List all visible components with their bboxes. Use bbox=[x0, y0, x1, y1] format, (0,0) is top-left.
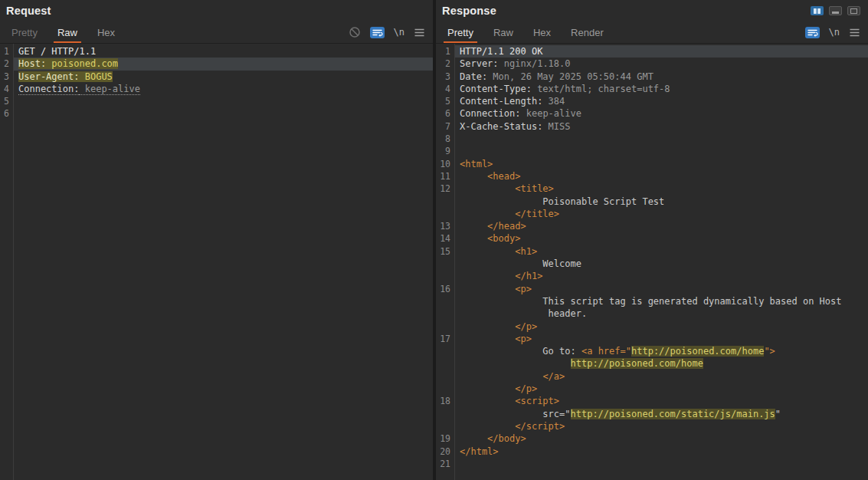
newline-icon[interactable]: \n bbox=[829, 27, 840, 38]
code-line[interactable]: Connection: keep-alive bbox=[14, 83, 433, 95]
code-segment: Connection: bbox=[18, 84, 79, 95]
code-segment: http://poisoned.com/home bbox=[571, 358, 703, 369]
code-segment: 384 bbox=[542, 96, 565, 107]
response-editor[interactable]: 123456789101112 131415 16 17 18 192021 H… bbox=[436, 44, 868, 480]
code-line[interactable] bbox=[455, 133, 868, 145]
code-segment: </html> bbox=[460, 446, 499, 457]
code-line[interactable]: User-Agent: BOGUS bbox=[14, 71, 433, 83]
columns-layout-icon[interactable] bbox=[811, 6, 824, 15]
code-line[interactable]: <p> bbox=[455, 283, 868, 295]
response-panel: Response Pr bbox=[436, 0, 868, 480]
code-line[interactable]: Content-Length: 384 bbox=[455, 95, 868, 107]
line-number: 12 bbox=[436, 182, 454, 195]
tab-hex[interactable]: Hex bbox=[87, 21, 125, 43]
code-line[interactable]: </body> bbox=[455, 432, 868, 445]
code-line[interactable]: </h1> bbox=[455, 270, 868, 282]
request-panel-header: Request bbox=[0, 0, 433, 21]
code-line[interactable]: Go to: <a href="http://poisoned.com/home… bbox=[455, 345, 868, 357]
code-line[interactable]: http://poisoned.com/home bbox=[455, 357, 868, 370]
line-number bbox=[436, 420, 454, 432]
line-number bbox=[436, 307, 454, 320]
code-line[interactable]: Poisonable Script Test bbox=[455, 196, 868, 208]
code-line[interactable]: </script> bbox=[455, 420, 868, 432]
code-segment: GET / HTTP/1.1 bbox=[18, 46, 96, 57]
request-editor[interactable]: 123456 GET / HTTP/1.1Host: poisoned.comU… bbox=[0, 44, 433, 480]
code-line[interactable]: HTTP/1.1 200 OK bbox=[455, 45, 868, 58]
code-segment: User-Agent: bbox=[18, 71, 85, 82]
code-line[interactable]: </a> bbox=[455, 370, 868, 383]
tab-pretty[interactable]: Pretty bbox=[437, 21, 483, 43]
code-line[interactable] bbox=[455, 458, 868, 470]
code-line[interactable]: <script> bbox=[455, 395, 868, 407]
code-line[interactable]: <html> bbox=[455, 158, 868, 170]
code-line[interactable] bbox=[14, 95, 433, 107]
code-line[interactable]: Content-Type: text/html; charset=utf-8 bbox=[455, 83, 868, 95]
code-segment bbox=[460, 358, 571, 369]
tab-raw[interactable]: Raw bbox=[47, 21, 87, 43]
code-line[interactable]: Connection: keep-alive bbox=[455, 107, 868, 120]
code-line[interactable]: Host: poisoned.com bbox=[14, 58, 433, 70]
code-segment: Server: bbox=[460, 58, 499, 69]
code-segment bbox=[460, 371, 542, 382]
line-number: 2 bbox=[0, 58, 13, 70]
code-line[interactable]: Date: Mon, 26 May 2025 05:50:44 GMT bbox=[455, 71, 868, 83]
tab-pretty[interactable]: Pretty bbox=[2, 21, 47, 43]
code-line[interactable]: </p> bbox=[455, 383, 868, 395]
rows-layout-icon[interactable] bbox=[829, 6, 842, 15]
code-line[interactable]: This script tag is generated dynamically… bbox=[455, 295, 868, 307]
menu-icon[interactable] bbox=[414, 28, 425, 38]
menu-icon[interactable] bbox=[849, 28, 860, 38]
code-segment: http://poisoned.com/home bbox=[631, 346, 764, 357]
request-code-area[interactable]: GET / HTTP/1.1Host: poisoned.comUser-Age… bbox=[14, 44, 433, 480]
newline-icon[interactable]: \n bbox=[394, 27, 405, 38]
response-code-area[interactable]: HTTP/1.1 200 OKServer: nginx/1.18.0Date:… bbox=[455, 44, 868, 480]
tab-render[interactable]: Render bbox=[561, 21, 614, 43]
code-line[interactable]: </head> bbox=[455, 220, 868, 232]
line-number bbox=[436, 345, 454, 357]
code-line[interactable]: X-Cache-Status: MISS bbox=[455, 120, 868, 133]
code-line[interactable]: </html> bbox=[455, 445, 868, 458]
line-number bbox=[436, 357, 454, 370]
code-segment: <script> bbox=[460, 396, 559, 406]
line-number: 20 bbox=[436, 445, 454, 458]
code-line[interactable]: <head> bbox=[455, 170, 868, 182]
code-line[interactable]: <body> bbox=[455, 232, 868, 245]
code-line[interactable]: <title> bbox=[455, 182, 868, 195]
code-segment: </a> bbox=[542, 371, 565, 382]
soft-wrap-icon[interactable] bbox=[370, 27, 385, 38]
code-segment: keep-alive bbox=[520, 108, 581, 119]
code-line[interactable]: src="http://poisoned.com/static/js/main.… bbox=[455, 408, 868, 420]
single-panel-icon[interactable] bbox=[847, 6, 860, 15]
code-line[interactable]: </p> bbox=[455, 321, 868, 333]
response-panel-title: Response bbox=[442, 5, 496, 17]
code-segment: </head> bbox=[460, 221, 526, 232]
request-gutter: 123456 bbox=[0, 44, 14, 480]
soft-wrap-icon[interactable] bbox=[805, 27, 820, 38]
line-number: 10 bbox=[436, 158, 454, 170]
line-number bbox=[436, 258, 454, 270]
code-line[interactable]: GET / HTTP/1.1 bbox=[14, 45, 433, 58]
line-number bbox=[436, 370, 454, 383]
code-segment: Content-Type: bbox=[460, 84, 532, 94]
tab-hex[interactable]: Hex bbox=[523, 21, 561, 43]
code-line[interactable] bbox=[455, 145, 868, 157]
line-number: 14 bbox=[436, 232, 454, 245]
code-line[interactable]: <p> bbox=[455, 333, 868, 345]
code-line[interactable]: Server: nginx/1.18.0 bbox=[455, 58, 868, 70]
code-line[interactable]: <h1> bbox=[455, 245, 868, 258]
tab-raw[interactable]: Raw bbox=[483, 21, 523, 43]
code-segment: </p> bbox=[515, 383, 537, 394]
code-line[interactable] bbox=[14, 107, 433, 120]
line-number: 16 bbox=[436, 283, 454, 295]
intercept-off-icon[interactable] bbox=[349, 26, 361, 38]
code-line[interactable]: </title> bbox=[455, 208, 868, 220]
layout-controls bbox=[811, 6, 860, 15]
response-toolbar: \n bbox=[805, 21, 868, 43]
code-segment: Poisonable Script Test bbox=[460, 196, 664, 207]
code-line[interactable]: Welcome bbox=[455, 258, 868, 270]
line-number: 17 bbox=[436, 333, 454, 345]
line-number bbox=[436, 383, 454, 395]
line-number: 4 bbox=[436, 83, 454, 95]
code-line[interactable]: header. bbox=[455, 307, 868, 320]
request-panel: Request PrettyRawHex bbox=[0, 0, 433, 480]
